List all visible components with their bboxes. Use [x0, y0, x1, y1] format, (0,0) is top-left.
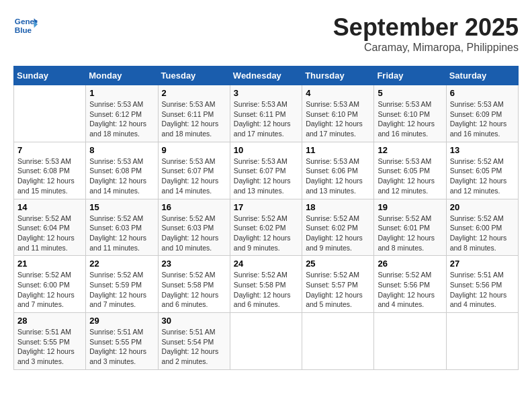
calendar-day-cell	[230, 313, 302, 370]
day-number: 11	[306, 145, 370, 155]
day-number: 13	[450, 145, 515, 155]
day-number: 6	[450, 88, 515, 98]
weekday-header-thursday: Thursday	[302, 66, 374, 85]
calendar-day-cell: 8Sunrise: 5:53 AM Sunset: 6:08 PM Daylig…	[86, 142, 158, 199]
month-year-title: September 2025	[333, 13, 519, 42]
day-number: 29	[89, 316, 154, 326]
day-info: Sunrise: 5:53 AM Sunset: 6:10 PM Dayligh…	[306, 99, 370, 139]
calendar-week-3: 14Sunrise: 5:52 AM Sunset: 6:04 PM Dayli…	[14, 199, 519, 256]
calendar-header: September 2025 Caramay, Mimaropa, Philip…	[333, 13, 519, 54]
day-info: Sunrise: 5:52 AM Sunset: 5:59 PM Dayligh…	[89, 270, 154, 310]
logo-icon: General Blue	[13, 13, 38, 38]
calendar-day-cell: 20Sunrise: 5:52 AM Sunset: 6:00 PM Dayli…	[446, 199, 518, 256]
weekday-header-sunday: Sunday	[14, 66, 86, 85]
calendar-day-cell: 9Sunrise: 5:53 AM Sunset: 6:07 PM Daylig…	[158, 142, 230, 199]
day-number: 4	[306, 88, 370, 98]
weekday-header-saturday: Saturday	[446, 66, 518, 85]
calendar-week-4: 21Sunrise: 5:52 AM Sunset: 6:00 PM Dayli…	[14, 256, 519, 313]
day-info: Sunrise: 5:53 AM Sunset: 6:11 PM Dayligh…	[234, 99, 298, 139]
day-number: 10	[234, 145, 298, 155]
day-number: 26	[378, 259, 442, 269]
day-info: Sunrise: 5:53 AM Sunset: 6:07 PM Dayligh…	[162, 156, 226, 196]
day-info: Sunrise: 5:51 AM Sunset: 5:54 PM Dayligh…	[162, 327, 226, 367]
day-info: Sunrise: 5:53 AM Sunset: 6:08 PM Dayligh…	[17, 156, 82, 196]
day-info: Sunrise: 5:52 AM Sunset: 6:00 PM Dayligh…	[450, 214, 515, 253]
calendar-week-1: 1Sunrise: 5:53 AM Sunset: 6:12 PM Daylig…	[14, 85, 519, 142]
calendar-table: SundayMondayTuesdayWednesdayThursdayFrid…	[13, 66, 519, 370]
day-number: 18	[306, 202, 370, 212]
day-number: 1	[89, 88, 154, 98]
day-info: Sunrise: 5:52 AM Sunset: 5:57 PM Dayligh…	[306, 270, 370, 310]
calendar-day-cell: 10Sunrise: 5:53 AM Sunset: 6:07 PM Dayli…	[230, 142, 302, 199]
calendar-day-cell: 22Sunrise: 5:52 AM Sunset: 5:59 PM Dayli…	[86, 256, 158, 313]
weekday-header-tuesday: Tuesday	[158, 66, 230, 85]
calendar-day-cell: 14Sunrise: 5:52 AM Sunset: 6:04 PM Dayli…	[14, 199, 86, 256]
calendar-day-cell: 28Sunrise: 5:51 AM Sunset: 5:55 PM Dayli…	[14, 313, 86, 370]
day-number: 16	[162, 202, 226, 212]
day-info: Sunrise: 5:52 AM Sunset: 6:03 PM Dayligh…	[89, 214, 154, 253]
calendar-day-cell: 6Sunrise: 5:53 AM Sunset: 6:09 PM Daylig…	[446, 85, 518, 142]
calendar-day-cell	[14, 85, 86, 142]
day-info: Sunrise: 5:52 AM Sunset: 6:04 PM Dayligh…	[17, 214, 82, 253]
calendar-day-cell: 12Sunrise: 5:53 AM Sunset: 6:05 PM Dayli…	[374, 142, 446, 199]
day-number: 20	[450, 202, 515, 212]
calendar-day-cell: 1Sunrise: 5:53 AM Sunset: 6:12 PM Daylig…	[86, 85, 158, 142]
day-info: Sunrise: 5:53 AM Sunset: 6:08 PM Dayligh…	[89, 156, 154, 196]
calendar-body: 1Sunrise: 5:53 AM Sunset: 6:12 PM Daylig…	[14, 85, 519, 370]
calendar-day-cell: 13Sunrise: 5:52 AM Sunset: 6:05 PM Dayli…	[446, 142, 518, 199]
day-info: Sunrise: 5:52 AM Sunset: 5:58 PM Dayligh…	[234, 270, 298, 310]
day-number: 7	[17, 145, 82, 155]
svg-text:Blue: Blue	[15, 26, 32, 34]
day-info: Sunrise: 5:51 AM Sunset: 5:55 PM Dayligh…	[17, 327, 82, 367]
logo: General Blue	[13, 13, 40, 38]
day-info: Sunrise: 5:53 AM Sunset: 6:06 PM Dayligh…	[306, 156, 370, 196]
day-info: Sunrise: 5:52 AM Sunset: 5:58 PM Dayligh…	[162, 270, 226, 310]
day-number: 25	[306, 259, 370, 269]
calendar-day-cell: 29Sunrise: 5:51 AM Sunset: 5:55 PM Dayli…	[86, 313, 158, 370]
weekday-header-friday: Friday	[374, 66, 446, 85]
day-number: 27	[450, 259, 515, 269]
day-info: Sunrise: 5:53 AM Sunset: 6:09 PM Dayligh…	[450, 99, 515, 139]
day-number: 15	[89, 202, 154, 212]
calendar-day-cell: 3Sunrise: 5:53 AM Sunset: 6:11 PM Daylig…	[230, 85, 302, 142]
day-info: Sunrise: 5:53 AM Sunset: 6:05 PM Dayligh…	[378, 156, 442, 196]
day-number: 14	[17, 202, 82, 212]
day-number: 9	[162, 145, 226, 155]
day-number: 3	[234, 88, 298, 98]
day-info: Sunrise: 5:52 AM Sunset: 6:03 PM Dayligh…	[162, 214, 226, 253]
calendar-day-cell: 5Sunrise: 5:53 AM Sunset: 6:10 PM Daylig…	[374, 85, 446, 142]
day-number: 8	[89, 145, 154, 155]
day-info: Sunrise: 5:51 AM Sunset: 5:55 PM Dayligh…	[89, 327, 154, 367]
calendar-day-cell: 17Sunrise: 5:52 AM Sunset: 6:02 PM Dayli…	[230, 199, 302, 256]
calendar-day-cell: 26Sunrise: 5:52 AM Sunset: 5:56 PM Dayli…	[374, 256, 446, 313]
calendar-day-cell: 25Sunrise: 5:52 AM Sunset: 5:57 PM Dayli…	[302, 256, 374, 313]
calendar-day-cell	[446, 313, 518, 370]
calendar-day-cell: 4Sunrise: 5:53 AM Sunset: 6:10 PM Daylig…	[302, 85, 374, 142]
day-info: Sunrise: 5:53 AM Sunset: 6:07 PM Dayligh…	[234, 156, 298, 196]
day-info: Sunrise: 5:51 AM Sunset: 5:56 PM Dayligh…	[450, 270, 515, 310]
day-number: 28	[17, 316, 82, 326]
calendar-day-cell	[374, 313, 446, 370]
calendar-day-cell	[302, 313, 374, 370]
calendar-day-cell: 30Sunrise: 5:51 AM Sunset: 5:54 PM Dayli…	[158, 313, 230, 370]
calendar-day-cell: 24Sunrise: 5:52 AM Sunset: 5:58 PM Dayli…	[230, 256, 302, 313]
day-number: 24	[234, 259, 298, 269]
day-info: Sunrise: 5:52 AM Sunset: 6:01 PM Dayligh…	[378, 214, 442, 253]
calendar-day-cell: 23Sunrise: 5:52 AM Sunset: 5:58 PM Dayli…	[158, 256, 230, 313]
weekday-header-wednesday: Wednesday	[230, 66, 302, 85]
day-info: Sunrise: 5:52 AM Sunset: 6:05 PM Dayligh…	[450, 156, 515, 196]
day-number: 2	[162, 88, 226, 98]
calendar-day-cell: 16Sunrise: 5:52 AM Sunset: 6:03 PM Dayli…	[158, 199, 230, 256]
day-info: Sunrise: 5:52 AM Sunset: 6:00 PM Dayligh…	[17, 270, 82, 310]
calendar-day-cell: 7Sunrise: 5:53 AM Sunset: 6:08 PM Daylig…	[14, 142, 86, 199]
day-info: Sunrise: 5:52 AM Sunset: 5:56 PM Dayligh…	[378, 270, 442, 310]
calendar-day-cell: 18Sunrise: 5:52 AM Sunset: 6:02 PM Dayli…	[302, 199, 374, 256]
day-number: 21	[17, 259, 82, 269]
location-subtitle: Caramay, Mimaropa, Philippines	[333, 42, 519, 54]
day-info: Sunrise: 5:53 AM Sunset: 6:12 PM Dayligh…	[89, 99, 154, 139]
calendar-day-cell: 15Sunrise: 5:52 AM Sunset: 6:03 PM Dayli…	[86, 199, 158, 256]
day-number: 19	[378, 202, 442, 212]
calendar-day-cell: 2Sunrise: 5:53 AM Sunset: 6:11 PM Daylig…	[158, 85, 230, 142]
day-number: 17	[234, 202, 298, 212]
calendar-day-cell: 11Sunrise: 5:53 AM Sunset: 6:06 PM Dayli…	[302, 142, 374, 199]
